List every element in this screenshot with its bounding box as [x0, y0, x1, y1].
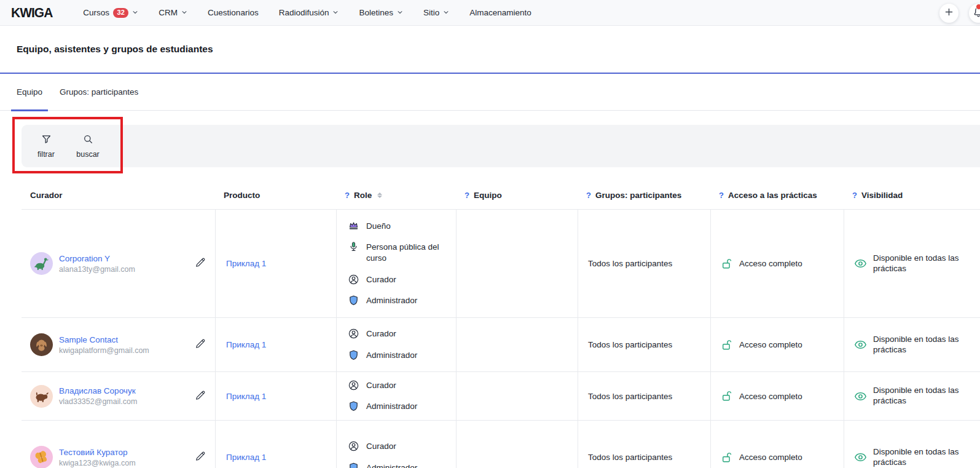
product-link[interactable]: Приклад 1: [224, 259, 266, 268]
lock-open-icon: [721, 451, 733, 464]
edit-button[interactable]: [193, 336, 208, 353]
product-link[interactable]: Приклад 1: [224, 392, 266, 401]
chevron-down-icon: [181, 8, 187, 17]
help-icon[interactable]: ?: [586, 191, 591, 200]
shield-icon: [348, 295, 359, 306]
column-label: Producto: [224, 191, 260, 200]
pencil-icon: [194, 256, 206, 271]
sort-icon[interactable]: [377, 192, 382, 198]
visibility-value: Disponible en todas las prácticas: [873, 386, 976, 407]
page-title: Equipo, asistentes y grupos de estudiant…: [17, 44, 213, 55]
tab-equipo[interactable]: Equipo: [17, 74, 42, 110]
team-cell: [456, 318, 578, 371]
shield-icon: [348, 462, 359, 468]
eye-icon: [854, 451, 867, 464]
nav-item-cuestionarios[interactable]: Cuestionarios: [208, 8, 259, 17]
role-label: Curador: [366, 441, 396, 452]
nav-item-radiodifusión[interactable]: Radiodifusión: [279, 8, 339, 17]
nav-item-almacenamiento[interactable]: Almacenamiento: [469, 8, 531, 17]
column-label: Acceso a las prácticas: [728, 191, 817, 200]
product-link[interactable]: Приклад 1: [224, 453, 266, 462]
kwiga-logo[interactable]: KWIGA: [11, 5, 52, 20]
access-cell: Acceso completo: [710, 210, 844, 317]
access-value: Acceso completo: [739, 453, 802, 462]
annotation-highlight-box: [12, 117, 123, 173]
role-item: Persona pública del curso: [348, 242, 447, 264]
role-item: Curador: [348, 380, 396, 391]
role-item: Administrador: [348, 295, 417, 306]
nav-item-sitio[interactable]: Sitio: [423, 8, 449, 17]
column-header-equipo: ?Equipo: [456, 191, 578, 200]
product-cell: Приклад 1: [215, 318, 336, 371]
nav-item-cursos[interactable]: Cursos32: [83, 8, 138, 18]
toolbar-zone: filtrar buscar: [0, 111, 980, 173]
role-item: Administrador: [348, 462, 417, 468]
nav-item-label: Cursos: [83, 8, 109, 17]
curator-name-link[interactable]: Тестовий Куратор: [59, 448, 136, 457]
column-header-curador: Curador: [22, 191, 215, 200]
edit-button[interactable]: [193, 449, 208, 466]
groups-value: Todos los participantes: [588, 259, 672, 268]
product-link[interactable]: Приклад 1: [224, 340, 266, 349]
groups-value: Todos los participantes: [588, 340, 672, 349]
crown-icon: [348, 220, 359, 232]
access-cell: Acceso completo: [710, 372, 844, 420]
notifications-button[interactable]: [969, 4, 980, 23]
role-label: Administrador: [366, 462, 417, 468]
edit-button[interactable]: [193, 388, 208, 405]
column-label: Visibilidad: [861, 191, 903, 200]
visibility-cell: Disponible en todas las prácticas: [844, 318, 980, 371]
toolbar: filtrar buscar: [22, 125, 980, 167]
pencil-icon: [194, 389, 206, 403]
role-label: Administrador: [366, 295, 417, 306]
lock-open-icon: [721, 339, 733, 351]
curator-icon: [348, 274, 359, 285]
visibility-cell: Disponible en todas las prácticas: [844, 421, 980, 468]
table-row: Corporation Yalana13ty@gmail.comПриклад …: [22, 210, 980, 318]
help-icon[interactable]: ?: [345, 191, 350, 200]
curator-cell: Corporation Yalana13ty@gmail.com: [22, 210, 215, 317]
product-cell: Приклад 1: [215, 372, 336, 420]
shield-icon: [348, 349, 359, 361]
role-label: Curador: [366, 328, 396, 339]
curator-identity: Corporation Yalana13ty@gmail.com: [59, 254, 135, 274]
page-header: Equipo, asistentes y grupos de estudiant…: [0, 26, 980, 73]
topbar: KWIGA Cursos32CRMCuestionariosRadiodifus…: [0, 0, 980, 26]
role-label: Persona pública del curso: [366, 242, 447, 264]
curator-identity: Владислав Сорочукvlad33352@gmail.com: [59, 386, 137, 406]
nav-item-label: Almacenamiento: [469, 8, 531, 17]
curator-name-link[interactable]: Sample Contact: [59, 335, 149, 344]
help-icon[interactable]: ?: [852, 191, 857, 200]
curator-email: kwiga123@kwiga.com: [59, 459, 136, 467]
pencil-icon: [194, 450, 206, 464]
groups-cell: Todos los participantes: [578, 421, 710, 468]
team-table: CuradorProducto?Role?Equipo?Grupos: part…: [22, 181, 980, 468]
curator-email: alana13ty@gmail.com: [59, 265, 135, 274]
column-label: Grupos: participantes: [595, 191, 681, 200]
topbar-actions: [939, 0, 980, 26]
roles-cell: CuradorAdministrador: [336, 318, 456, 371]
curator-cell: Тестовий Кураторkwiga123@kwiga.com: [22, 421, 215, 468]
butterfly-avatar: [30, 446, 53, 468]
help-icon[interactable]: ?: [719, 191, 724, 200]
help-icon[interactable]: ?: [465, 191, 469, 200]
add-button[interactable]: [939, 4, 958, 23]
chevron-down-icon: [443, 8, 449, 17]
shield-icon: [348, 400, 359, 412]
main-nav: Cursos32CRMCuestionariosRadiodifusiónBol…: [83, 8, 531, 18]
access-value: Acceso completo: [739, 259, 802, 268]
edit-button[interactable]: [193, 255, 208, 272]
curator-name-link[interactable]: Владислав Сорочук: [59, 386, 137, 395]
lock-open-icon: [721, 258, 733, 270]
eye-icon: [854, 338, 867, 351]
nav-item-crm[interactable]: CRM: [159, 8, 187, 17]
tab-grupos-participantes[interactable]: Grupos: participantes: [60, 74, 138, 110]
nav-item-label: Radiodifusión: [279, 8, 329, 17]
roles-cell: DueñoPersona pública del cursoCuradorAdm…: [336, 210, 456, 317]
nav-item-boletines[interactable]: Boletines: [359, 8, 403, 17]
microphone-icon: [348, 241, 359, 253]
dinosaur-avatar: [30, 252, 53, 275]
eye-icon: [854, 390, 867, 403]
curator-name-link[interactable]: Corporation Y: [59, 254, 135, 263]
sort-asc-caret: [377, 192, 382, 195]
